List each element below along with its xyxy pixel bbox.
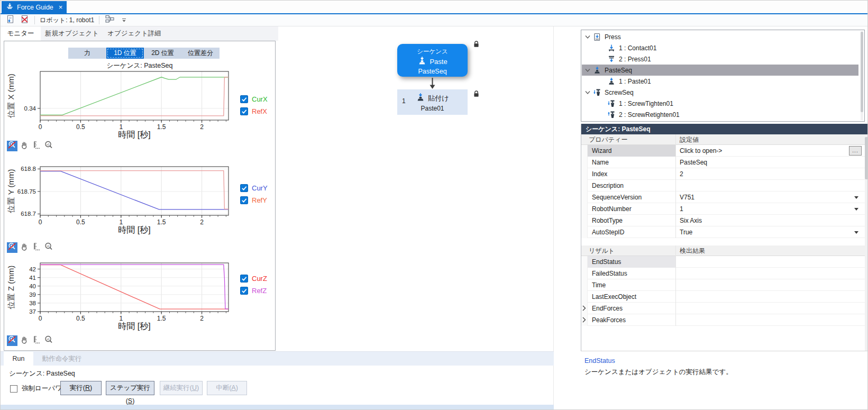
- property-name: AutoStepID: [592, 229, 624, 236]
- tree-item-press01[interactable]: 2 : Press01: [582, 53, 862, 65]
- refz-checkbox[interactable]: [240, 287, 248, 295]
- pan-button[interactable]: [19, 141, 30, 151]
- axis-scale-button[interactable]: [31, 242, 42, 253]
- tree-expander-icon[interactable]: [585, 35, 591, 39]
- property-value[interactable]: 1: [680, 205, 683, 213]
- property-value[interactable]: Click to open->: [680, 147, 722, 154]
- tab-force-guide[interactable]: Force Guide ×: [2, 1, 67, 13]
- property-value[interactable]: PasteSeq: [680, 159, 707, 166]
- chart-mode-button[interactable]: 位置差分: [181, 48, 220, 59]
- delete-graph-button[interactable]: [19, 15, 30, 25]
- property-value[interactable]: Six Axis: [680, 217, 702, 224]
- result-row-peakforces[interactable]: PeakForces: [581, 314, 868, 326]
- chart-position-y[interactable]: 00.511.52618.8618.75618.7位置 Y (mm)時間 [秒]: [5, 164, 244, 235]
- dropdown-arrow-icon[interactable]: [854, 208, 858, 211]
- axis-scale-icon: [32, 242, 41, 253]
- low-power-checkbox[interactable]: 強制ローパワー: [10, 384, 68, 393]
- wizard-open-button[interactable]: ...: [849, 146, 862, 156]
- robot-label: ロボット: 1, robot1: [40, 16, 94, 25]
- chart-position-z[interactable]: 00.511.52424140393837位置 Z (mm)時間 [秒]: [5, 260, 244, 331]
- row-indent: [581, 180, 588, 192]
- result-row-failedstatus[interactable]: FailedStatus: [581, 268, 868, 279]
- tree-scrollbar[interactable]: [861, 31, 863, 120]
- chart-mode-button[interactable]: 2D 位置: [144, 48, 181, 59]
- run-button[interactable]: 実行(R): [60, 381, 102, 395]
- dropdown-arrow-icon[interactable]: [854, 196, 858, 199]
- chart-mode-button[interactable]: 1D 位置: [106, 48, 144, 59]
- refy-checkbox[interactable]: [240, 196, 248, 204]
- row-expand-icon[interactable]: [582, 317, 586, 324]
- chart-position-x[interactable]: 00.511.520.34位置 X (mm)時間 [秒]: [5, 69, 244, 140]
- property-scrollbar[interactable]: [865, 134, 868, 351]
- tree-item-press[interactable]: Press: [582, 31, 862, 42]
- property-name: RobotType: [592, 217, 623, 224]
- zoom-reset-button[interactable]: x1: [43, 242, 54, 253]
- close-icon[interactable]: ×: [59, 4, 63, 11]
- tree-expander-icon[interactable]: [585, 68, 591, 72]
- view-tab-new-object[interactable]: 新規オブジェクト: [41, 26, 103, 41]
- curx-checkbox[interactable]: [240, 95, 248, 103]
- property-scrollbar-thumb[interactable]: [865, 137, 868, 179]
- property-row-autostepid[interactable]: AutoStepIDTrue: [581, 226, 868, 238]
- zoom-select-button[interactable]: [7, 141, 17, 151]
- tree-item-contact01[interactable]: 1 : Contact01: [582, 42, 862, 53]
- flowchart-layout-button[interactable]: [104, 15, 115, 25]
- row-expand-icon[interactable]: [582, 305, 586, 313]
- property-name: Index: [592, 170, 607, 178]
- property-value[interactable]: 2: [680, 170, 683, 178]
- monitor-panel: 力1D 位置2D 位置位置差分 シーケンス: PasteSeq 00.511.5…: [4, 41, 276, 351]
- property-name: RobotNumber: [592, 205, 632, 213]
- axis-scale-button[interactable]: [31, 335, 42, 346]
- property-row-robottype[interactable]: RobotTypeSix Axis: [581, 215, 868, 226]
- property-value[interactable]: V751: [680, 194, 695, 201]
- result-row-lastexecobject[interactable]: LastExecObject: [581, 291, 868, 303]
- checkbox-box[interactable]: [10, 385, 17, 393]
- tree-item-pasteseq[interactable]: PasteSeq: [582, 65, 858, 76]
- tree-item-paste01[interactable]: 1 : Paste01: [582, 76, 862, 87]
- check-icon: [241, 95, 247, 104]
- svg-text:40: 40: [29, 283, 36, 289]
- property-panel-header: シーケンス: PasteSeq: [581, 124, 868, 134]
- flowchart-step-node[interactable]: 1 貼付け Paste01: [397, 89, 468, 115]
- property-row-description[interactable]: Description: [581, 180, 868, 192]
- property-row-index[interactable]: Index2: [581, 168, 868, 180]
- flowchart-sequence-node[interactable]: シーケンス Paste PasteSeq: [397, 44, 468, 77]
- chart-mode-button[interactable]: 力: [68, 48, 106, 59]
- tree-expander-icon[interactable]: [585, 90, 591, 95]
- zoom-reset-button[interactable]: x1: [43, 335, 54, 346]
- abort-button: 中断(A): [207, 381, 247, 395]
- pan-button[interactable]: [19, 242, 30, 253]
- toolbar-overflow-button[interactable]: [118, 15, 129, 25]
- row-indent: [581, 157, 588, 168]
- property-row-name[interactable]: NamePasteSeq: [581, 157, 868, 168]
- zoom-reset-button[interactable]: x1: [43, 141, 54, 151]
- check-icon: [241, 196, 247, 205]
- step-run-button[interactable]: ステップ実行(S): [106, 381, 154, 395]
- zoom-select-button[interactable]: [7, 335, 17, 346]
- property-value[interactable]: True: [680, 229, 692, 236]
- axis-scale-button[interactable]: [31, 141, 42, 151]
- property-row-wizard[interactable]: WizardClick to open->...: [581, 145, 868, 157]
- tree-scrollbar-thumb[interactable]: [861, 32, 863, 112]
- result-row-endstatus[interactable]: EndStatus: [581, 256, 868, 268]
- run-tab-run[interactable]: Run: [4, 352, 33, 366]
- tree-item-screwtighten01[interactable]: 1 : ScrewTighten01: [582, 98, 862, 109]
- property-row-robotnumber[interactable]: RobotNumber1: [581, 203, 868, 215]
- pan-button[interactable]: [19, 335, 30, 346]
- check-icon: [241, 184, 247, 193]
- refx-checkbox[interactable]: [240, 107, 248, 115]
- row-indent: [581, 291, 588, 303]
- cury-checkbox[interactable]: [240, 184, 248, 192]
- svg-text:0.34: 0.34: [24, 105, 36, 112]
- result-row-endforces[interactable]: EndForces: [581, 303, 868, 314]
- dropdown-arrow-icon[interactable]: [854, 231, 858, 234]
- result-row-time[interactable]: Time: [581, 279, 868, 291]
- tree-item-screwretighten01[interactable]: 2 : ScrewRetighten01: [582, 109, 862, 120]
- view-tab-object-details[interactable]: オブジェクト詳細: [103, 26, 166, 41]
- view-tab-monitor[interactable]: モニター: [1, 26, 41, 41]
- zoom-select-button[interactable]: [7, 242, 17, 253]
- tree-item-screwseq[interactable]: ScrewSeq: [582, 87, 862, 98]
- curz-checkbox[interactable]: [240, 275, 248, 283]
- add-graph-button[interactable]: [5, 15, 15, 25]
- property-row-sequenceversion[interactable]: SequenceVersionV751: [581, 192, 868, 203]
